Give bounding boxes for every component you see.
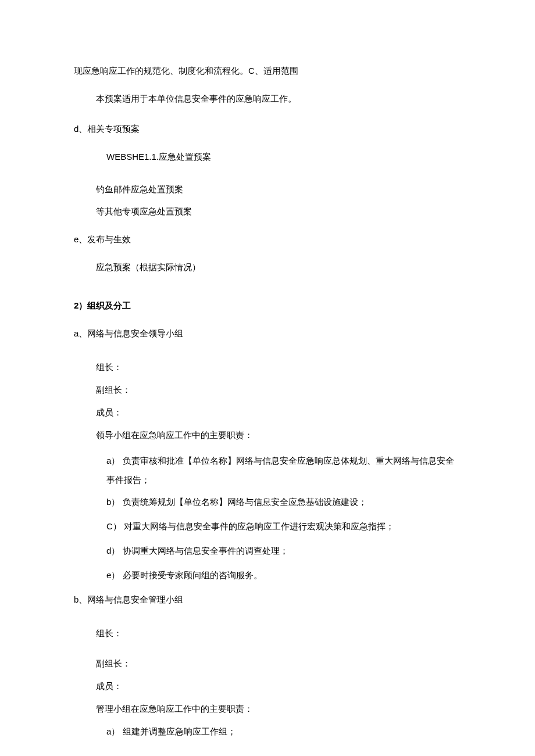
duty-marker: C） — [106, 521, 122, 531]
group-b-label: b、网络与信息安全管理小组 — [74, 593, 461, 607]
group-b-duties-intro: 管理小组在应急响应工作中的主要职责： — [96, 702, 461, 716]
group-a-duties-list: a） 负责审核和批准【单位名称】网络与信息安全应急响应总体规划、重大网络与信息安… — [74, 451, 461, 582]
group-a-vice: 副组长： — [96, 383, 461, 397]
duty-marker: e） — [106, 570, 120, 580]
intro-line-2: 本预案适用于本单位信息安全事件的应急响应工作。 — [74, 92, 461, 106]
duty-item: e） 必要时接受专家顾问组的咨询服务。 — [106, 568, 461, 582]
section-d-label: d、相关专项预案 — [74, 122, 461, 136]
group-a-members: 成员： — [96, 406, 461, 420]
duty-text: 协调重大网络与信息安全事件的调查处理； — [123, 546, 288, 556]
group-b-inner: 组长： 副组长： 成员： 管理小组在应急响应工作中的主要职责： — [74, 626, 461, 716]
duty-text: 对重大网络与信息安全事件的应急响应工作进行宏观决策和应急指挥； — [124, 521, 394, 531]
duty-marker: a） — [106, 726, 120, 736]
duty-text: 负责审核和批准【单位名称】网络与信息安全应急响应总体规划、重大网络与信息安全事件… — [106, 456, 454, 485]
section-2-heading: 2）组织及分工 — [74, 299, 461, 313]
duty-item: a） 组建并调整应急响应工作组； — [106, 725, 461, 739]
group-b-leader: 组长： — [96, 626, 461, 640]
duty-marker: b） — [106, 497, 120, 507]
group-a-inner: 组长： 副组长： 成员： 领导小组在应急响应工作中的主要职责： — [74, 360, 461, 442]
duty-text: 负责统筹规划【单位名称】网络与信息安全应急基础设施建设； — [123, 497, 367, 507]
duty-text: 必要时接受专家顾问组的咨询服务。 — [123, 570, 262, 580]
section-e-content: 应急预案（根据实际情况） — [74, 260, 461, 274]
duty-text: 组建并调整应急响应工作组； — [123, 726, 236, 736]
duty-item: d） 协调重大网络与信息安全事件的调查处理； — [106, 544, 461, 558]
group-a-label: a、网络与信息安全领导小组 — [74, 327, 461, 341]
section-d-item-2: 钓鱼邮件应急处置预案 — [74, 182, 461, 196]
section-d-item-3: 等其他专项应急处置预案 — [74, 205, 461, 218]
group-b-duties-list: a） 组建并调整应急响应工作组； — [74, 725, 461, 739]
group-a-duties-intro: 领导小组在应急响应工作中的主要职责： — [96, 428, 461, 442]
intro-line-1: 现应急响应工作的规范化、制度化和流程化。C、适用范围 — [74, 64, 461, 78]
document-body: 现应急响应工作的规范化、制度化和流程化。C、适用范围 本预案适用于本单位信息安全… — [74, 64, 461, 739]
duty-item: b） 负责统筹规划【单位名称】网络与信息安全应急基础设施建设； — [106, 495, 461, 509]
duty-item: a） 负责审核和批准【单位名称】网络与信息安全应急响应总体规划、重大网络与信息安… — [106, 451, 461, 489]
section-d-item-1: WEBSHE1.1.应急处置预案 — [74, 150, 461, 164]
section-e-label: e、发布与生效 — [74, 232, 461, 246]
duty-marker: a） — [106, 456, 120, 465]
group-b-vice: 副组长： — [96, 657, 461, 671]
duty-marker: d） — [106, 546, 120, 556]
group-a-leader: 组长： — [96, 360, 461, 374]
duty-item: C） 对重大网络与信息安全事件的应急响应工作进行宏观决策和应急指挥； — [106, 519, 461, 533]
group-b-members: 成员： — [96, 679, 461, 693]
